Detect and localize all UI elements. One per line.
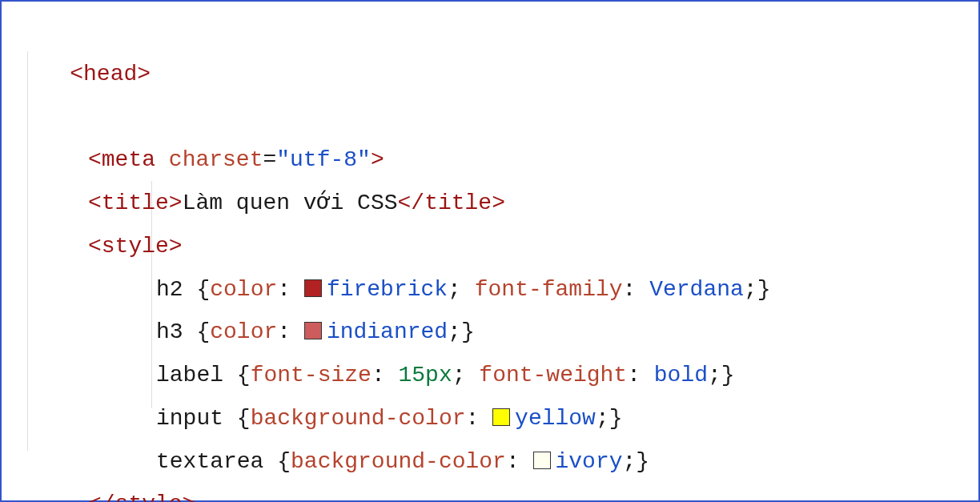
prop-font-size: font-size bbox=[251, 363, 372, 388]
brace-close: } bbox=[461, 319, 475, 344]
semicolon: ; bbox=[452, 363, 466, 388]
title-text: Làm quen với CSS bbox=[183, 191, 398, 215]
code-line-1: <head> bbox=[16, 10, 964, 139]
code-line-10: </style> bbox=[16, 483, 964, 502]
brace-close: } bbox=[757, 277, 771, 302]
cssval-15px: 15px bbox=[399, 363, 452, 388]
prop-background-color: background-color bbox=[291, 449, 506, 474]
tag-style-close: </style> bbox=[88, 492, 195, 502]
colon: : bbox=[623, 277, 637, 302]
prop-font-family: font-family bbox=[475, 277, 623, 302]
code-line-6: h3 {color: indianred;} bbox=[16, 311, 964, 354]
code-editor-panel: <head> <meta charset="utf-8"> <title>Làm… bbox=[0, 0, 980, 502]
semicolon: ; bbox=[596, 406, 609, 431]
brace-close: } bbox=[609, 406, 623, 431]
cssval-indianred: indianred bbox=[327, 319, 448, 344]
code-line-7: label {font-size: 15px; font-weight: bol… bbox=[16, 354, 964, 397]
brace-open: { bbox=[196, 319, 210, 344]
color-swatch-yellow-icon bbox=[492, 408, 510, 426]
cssval-firebrick: firebrick bbox=[327, 277, 448, 302]
brace-close: } bbox=[636, 449, 649, 474]
brace-open: { bbox=[237, 363, 251, 388]
selector-h3: h3 bbox=[156, 319, 196, 344]
color-swatch-indianred-icon bbox=[304, 322, 322, 339]
prop-color: color bbox=[210, 319, 277, 344]
tag-close-angle: > bbox=[371, 147, 384, 172]
selector-input: input bbox=[156, 406, 237, 431]
code-line-4: <style> bbox=[16, 225, 964, 268]
attr-value-utf8: "utf-8" bbox=[276, 147, 371, 172]
colon: : bbox=[627, 363, 641, 388]
cssval-bold: bold bbox=[654, 363, 708, 388]
brace-open: { bbox=[277, 449, 291, 474]
semicolon: ; bbox=[448, 319, 461, 344]
colon: : bbox=[465, 406, 479, 431]
selector-label: label bbox=[156, 363, 237, 388]
tag-title-close: </title> bbox=[398, 191, 505, 215]
colon: : bbox=[506, 449, 520, 474]
attr-charset: charset bbox=[169, 147, 263, 172]
code-line-3: <title>Làm quen với CSS</title> bbox=[16, 182, 964, 225]
color-swatch-firebrick-icon bbox=[304, 279, 322, 297]
tag-meta: <meta bbox=[88, 147, 155, 172]
brace-open: { bbox=[196, 277, 210, 302]
prop-color: color bbox=[210, 277, 277, 302]
tag-style-open: <style> bbox=[88, 234, 183, 259]
brace-close: } bbox=[721, 363, 735, 388]
prop-font-weight: font-weight bbox=[479, 363, 627, 388]
selector-textarea: textarea bbox=[156, 449, 277, 474]
code-line-8: input {background-color: yellow;} bbox=[16, 397, 964, 440]
semicolon: ; bbox=[708, 363, 721, 388]
cssval-yellow: yellow bbox=[515, 406, 596, 431]
selector-h2: h2 bbox=[156, 277, 196, 302]
semicolon: ; bbox=[623, 449, 637, 474]
tag-head-open: <head> bbox=[70, 62, 151, 86]
equals-sign: = bbox=[263, 147, 276, 172]
code-line-2: <meta charset="utf-8"> bbox=[16, 139, 964, 182]
cssval-ivory: ivory bbox=[556, 449, 623, 474]
cssval-verdana: Verdana bbox=[649, 277, 744, 302]
color-swatch-ivory-icon bbox=[533, 452, 551, 469]
colon: : bbox=[372, 363, 385, 388]
semicolon: ; bbox=[448, 277, 461, 302]
semicolon: ; bbox=[744, 277, 757, 302]
colon: : bbox=[277, 277, 291, 302]
code-line-5: h2 {color: firebrick; font-family: Verda… bbox=[16, 268, 964, 311]
tag-title-open: <title> bbox=[88, 191, 183, 215]
prop-background-color: background-color bbox=[251, 406, 466, 431]
code-line-9: textarea {background-color: ivory;} bbox=[16, 440, 964, 484]
colon: : bbox=[277, 319, 291, 344]
brace-open: { bbox=[237, 406, 251, 431]
